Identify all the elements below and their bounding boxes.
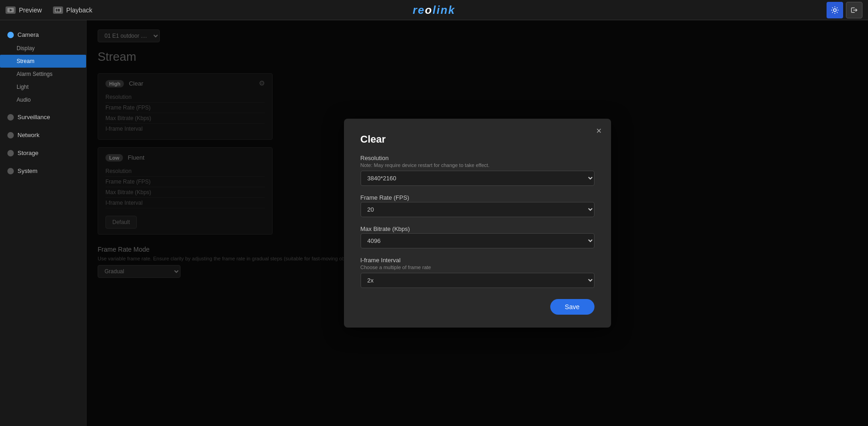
sidebar-category-network[interactable]: Network [0,128,86,142]
svg-rect-4 [58,9,60,12]
sidebar-surveillance-label: Surveillance [17,114,50,121]
modal-footer: Save [361,299,594,315]
sidebar-camera-label: Camera [17,31,39,38]
sidebar: Camera Display Stream Alarm Settings Lig… [0,20,87,426]
save-button[interactable]: Save [550,299,594,315]
logout-button[interactable] [846,2,862,18]
sidebar-section-camera: Camera Display Stream Alarm Settings Lig… [0,28,86,106]
sidebar-storage-label: Storage [17,150,39,156]
modal-resolution-label: Resolution [361,155,594,161]
camera-icon [7,32,14,38]
modal-close-button[interactable]: × [596,126,602,135]
main-content: 01 E1 outdoor .... Stream High Clear ⚙ R… [87,20,868,426]
modal-iframe-field: I-frame Interval Choose a multiple of fr… [361,257,594,288]
main-layout: Camera Display Stream Alarm Settings Lig… [0,20,868,426]
modal-overlay: Clear × Resolution Note: May require dev… [87,20,868,426]
modal-bitrate-select[interactable]: 4096 2048 1024 512 [361,233,594,248]
playback-label: Playback [66,6,93,14]
system-icon [7,168,14,174]
modal-dialog: Clear × Resolution Note: May require dev… [344,119,611,328]
topnav-right [827,2,862,18]
sidebar-category-camera[interactable]: Camera [0,28,86,42]
app-logo: reolink [413,3,455,17]
preview-icon [6,6,16,14]
modal-iframe-select[interactable]: 2x 3x 4x 5x [361,273,594,288]
playback-icon [53,6,63,14]
sidebar-network-label: Network [17,132,40,138]
modal-resolution-note: Note: May require device restart for cha… [361,162,594,168]
sidebar-item-display[interactable]: Display [0,42,86,55]
sidebar-category-storage[interactable]: Storage [0,146,86,160]
sidebar-section-system: System [0,164,86,178]
modal-bitrate-label: Max Bitrate (Kbps) [361,225,594,232]
svg-point-5 [833,9,836,12]
sidebar-system-label: System [17,167,37,174]
playback-nav-item[interactable]: Playback [53,6,93,14]
settings-button[interactable] [827,2,843,18]
modal-resolution-field: Resolution Note: May require device rest… [361,155,594,186]
surveillance-icon [7,114,14,121]
sidebar-item-light[interactable]: Light [0,81,86,93]
sidebar-item-stream[interactable]: Stream [0,55,86,68]
modal-fps-label: Frame Rate (FPS) [361,194,594,201]
modal-iframe-note: Choose a multiple of frame rate [361,265,594,270]
modal-resolution-select[interactable]: 3840*2160 2560*1440 1920*1080 1280*720 [361,171,594,186]
sidebar-section-storage: Storage [0,146,86,160]
sidebar-item-alarm-settings[interactable]: Alarm Settings [0,68,86,81]
sidebar-category-surveillance[interactable]: Surveillance [0,110,86,124]
modal-title: Clear [361,133,594,145]
modal-iframe-label: I-frame Interval [361,257,594,264]
sidebar-section-network: Network [0,128,86,142]
preview-label: Preview [19,6,42,14]
sidebar-section-surveillance: Surveillance [0,110,86,124]
sidebar-item-audio[interactable]: Audio [0,93,86,106]
sidebar-category-system[interactable]: System [0,164,86,178]
modal-fps-select[interactable]: 20 15 10 5 [361,202,594,217]
modal-bitrate-field: Max Bitrate (Kbps) 4096 2048 1024 512 [361,225,594,248]
network-icon [7,132,14,138]
topnav-left: Preview Playback [6,6,93,14]
svg-rect-3 [56,9,57,12]
preview-nav-item[interactable]: Preview [6,6,42,14]
modal-fps-field: Frame Rate (FPS) 20 15 10 5 [361,194,594,217]
storage-icon [7,150,14,156]
topnav: Preview Playback reolink [0,0,868,20]
